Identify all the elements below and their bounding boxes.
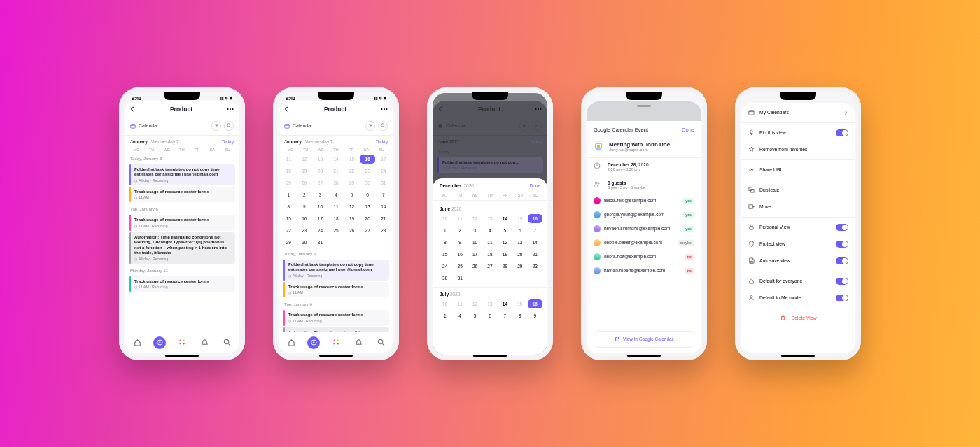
guest-row[interactable]: debbie.baker@example.commaybe bbox=[587, 236, 701, 250]
move-icon bbox=[748, 204, 755, 211]
notch bbox=[164, 92, 200, 100]
phone-month-view: 9:41 ııl ᯤ ▮ Product Calendar JanuaryWed… bbox=[273, 87, 399, 360]
more-icon[interactable] bbox=[381, 108, 388, 111]
menu-item-pin-view[interactable]: Pin this view bbox=[741, 125, 855, 141]
tab-explore-icon[interactable] bbox=[307, 336, 320, 349]
menu-item-my-calendars[interactable]: My Calendars bbox=[741, 104, 855, 121]
filter-icon[interactable] bbox=[365, 121, 375, 131]
event-card[interactable]: Track usage of resource center forms ◷11… bbox=[129, 187, 235, 203]
menu-item-autosave-view[interactable]: Autosave view bbox=[741, 253, 855, 269]
tab-home-icon[interactable] bbox=[131, 336, 144, 349]
toggle[interactable] bbox=[836, 278, 848, 285]
svg-point-2 bbox=[232, 108, 234, 110]
chevron-right-icon bbox=[844, 110, 848, 115]
phone-agenda-view: 9:41 ııl ᯤ ▮ Product Calendar JanuaryWed… bbox=[119, 87, 245, 360]
event-card[interactable]: Folder/list/task templates do not copy t… bbox=[129, 164, 235, 185]
status-indicators: ııl ᯤ ▮ bbox=[374, 96, 386, 101]
tab-notifications-icon[interactable] bbox=[198, 336, 211, 349]
guest-row[interactable]: georgia.young@example.comyes bbox=[587, 208, 701, 222]
done-button[interactable]: Done bbox=[682, 127, 694, 133]
event-card[interactable]: Automation: Time estimated conditions no… bbox=[283, 327, 389, 332]
toggle[interactable] bbox=[836, 241, 848, 248]
search-icon[interactable] bbox=[224, 121, 234, 131]
menu-item-share-url[interactable]: Share URL bbox=[741, 162, 855, 178]
phone-event-detail: Google Calendar Event Done Meeting with … bbox=[581, 87, 707, 360]
event-title: Track usage of resource center forms bbox=[288, 313, 385, 318]
tab-home-icon[interactable] bbox=[285, 336, 298, 349]
svg-rect-30 bbox=[748, 111, 753, 115]
view-selector[interactable]: Calendar bbox=[130, 123, 158, 129]
event-card[interactable]: Track usage of resource center forms ◷11… bbox=[129, 276, 235, 292]
guest-row[interactable]: nathan.roberts@example.comno bbox=[587, 264, 701, 278]
menu-item-remove-favorite[interactable]: Remove from favorites bbox=[741, 141, 855, 158]
done-button[interactable]: Done bbox=[529, 183, 540, 188]
tab-explore-icon[interactable] bbox=[153, 336, 166, 349]
event-title: Folder/list/task templates do not copy t… bbox=[134, 167, 231, 178]
event-date: December 28, 2020 bbox=[608, 162, 649, 167]
google-calendar-icon bbox=[594, 141, 603, 151]
tab-search-icon[interactable] bbox=[220, 336, 233, 349]
view-selector-bar: Calendar bbox=[279, 118, 393, 136]
clock-icon: ◷ bbox=[134, 178, 137, 183]
person-icon bbox=[748, 295, 755, 301]
tab-notifications-icon[interactable] bbox=[352, 336, 365, 349]
tab-search-icon[interactable] bbox=[374, 336, 387, 349]
today-link[interactable]: Today bbox=[376, 139, 388, 144]
toggle[interactable] bbox=[836, 129, 848, 136]
pin-icon bbox=[748, 129, 755, 136]
month-title: June 2020 bbox=[435, 204, 545, 213]
svg-rect-33 bbox=[748, 205, 752, 208]
event-card[interactable]: Automation: Time estimated conditions no… bbox=[129, 232, 235, 264]
guest-row[interactable]: nevaeh.simmons@example.comyes bbox=[587, 222, 701, 236]
tab-apps-icon[interactable] bbox=[330, 336, 342, 349]
status-time: 9:41 bbox=[286, 96, 295, 101]
agenda-scroll[interactable]: Today, January 5 Folder/list/task templa… bbox=[279, 248, 393, 332]
filter-icon[interactable] bbox=[211, 121, 221, 131]
shield-icon bbox=[748, 241, 755, 248]
tab-apps-icon[interactable] bbox=[176, 336, 188, 349]
guest-row[interactable]: debra.holt@example.comno bbox=[587, 250, 701, 264]
menu-item-personal-view[interactable]: Personal View bbox=[741, 219, 855, 236]
event-title: Folder/list/task templates do not copy t… bbox=[288, 262, 385, 273]
sheet-grab-bar[interactable] bbox=[587, 101, 701, 121]
today-link[interactable]: Today bbox=[222, 139, 234, 144]
month-scroll[interactable]: June 2020 10111213141516 1234567 8910111… bbox=[433, 202, 547, 355]
menu-item-default-me-mode[interactable]: Default to Me mode bbox=[741, 290, 855, 306]
back-icon[interactable] bbox=[130, 106, 136, 112]
view-selector[interactable]: Calendar bbox=[284, 123, 312, 129]
menu-item-default-everyone[interactable]: Default for everyone bbox=[741, 273, 855, 290]
event-card[interactable]: Track usage of resource center forms ◷11… bbox=[129, 215, 235, 231]
view-label: Calendar bbox=[139, 123, 158, 128]
clock-icon: ◷ bbox=[134, 195, 137, 199]
month-grid[interactable]: 11121314151617 18192021222324 2526272829… bbox=[279, 153, 393, 248]
date-line: JanuaryWednesday 7 Today bbox=[125, 136, 239, 146]
clock-icon bbox=[594, 162, 602, 171]
current-date[interactable]: JanuaryWednesday 7 bbox=[130, 139, 179, 144]
sheet-header: December2020 Done bbox=[433, 178, 547, 192]
guest-row[interactable]: felicia.reid@example.comyes bbox=[587, 194, 701, 208]
search-icon[interactable] bbox=[378, 121, 388, 131]
event-datetime: December 28, 2020 2:00 pm – 3:30 pm bbox=[587, 157, 701, 176]
toggle[interactable] bbox=[836, 295, 848, 301]
toggle[interactable] bbox=[836, 257, 848, 264]
calendar-icon bbox=[284, 123, 290, 129]
menu-item-protect-view[interactable]: Protect view bbox=[741, 236, 855, 253]
event-card[interactable]: Track usage of resource center forms ◷11… bbox=[283, 310, 389, 326]
event-card[interactable]: Track usage of resource center forms ◷11… bbox=[283, 282, 389, 298]
event-card[interactable]: Folder/list/task templates do not copy t… bbox=[283, 260, 389, 281]
menu-item-delete-view[interactable]: Delete View bbox=[741, 310, 855, 327]
event-title: Meeting with John Doe bbox=[609, 141, 670, 148]
menu-item-duplicate[interactable]: Duplicate bbox=[741, 182, 855, 199]
back-icon[interactable] bbox=[284, 106, 290, 112]
agenda-scroll[interactable]: Today, January 5 Folder/list/task templa… bbox=[125, 153, 239, 332]
notch bbox=[780, 92, 816, 100]
more-icon[interactable] bbox=[227, 108, 234, 111]
menu-item-move[interactable]: Move bbox=[741, 199, 855, 215]
sheet-header: Google Calendar Event Done bbox=[587, 121, 701, 139]
svg-rect-26 bbox=[597, 145, 600, 148]
toggle[interactable] bbox=[836, 224, 848, 231]
star-icon bbox=[748, 146, 755, 153]
current-date[interactable]: JanuaryWednesday 7 bbox=[284, 139, 333, 144]
day-header: Monday, January 11 bbox=[125, 265, 239, 275]
open-external-button[interactable]: View in Google Calendar bbox=[594, 331, 694, 348]
